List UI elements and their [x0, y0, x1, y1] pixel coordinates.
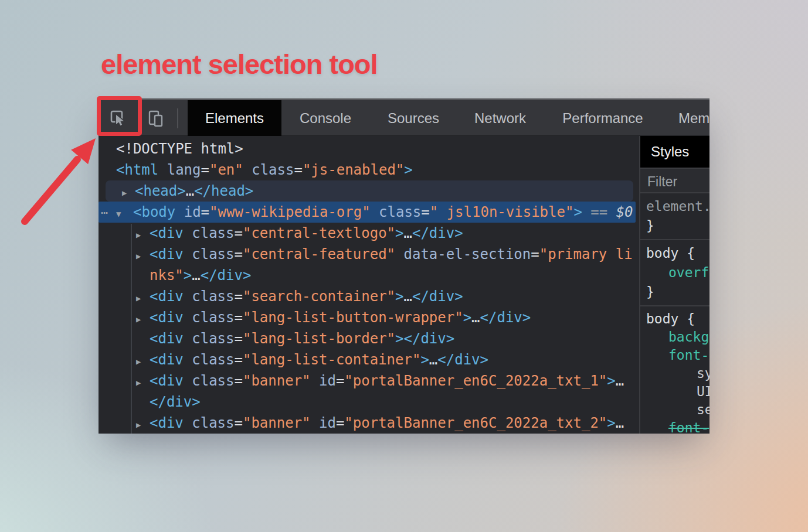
style-text: }: [646, 284, 654, 299]
expand-arrow-icon[interactable]: ▶: [136, 288, 150, 309]
tab-console[interactable]: Console: [287, 100, 364, 136]
style-line[interactable]: body {: [640, 310, 709, 328]
dom-tree-row[interactable]: <div class="lang-list-border"></div>: [99, 328, 639, 349]
dom-tree-row[interactable]: <html lang="en" class="js-enabled">: [99, 159, 639, 180]
style-line[interactable]: overf: [640, 263, 709, 282]
code-segment: <head>: [135, 183, 186, 199]
style-line[interactable]: UI: [640, 383, 709, 401]
code-segment: "lang-list-container": [243, 352, 420, 368]
code-segment: class: [192, 415, 234, 431]
styles-tab-label: Styles: [651, 144, 689, 160]
code-segment: </head>: [194, 183, 253, 199]
code-segment: "central-textlogo": [243, 225, 395, 241]
style-line[interactable]: }: [640, 216, 709, 236]
dom-tree-row[interactable]: ▶<div class="banner" id="portalBanner_en…: [99, 412, 639, 434]
tab-sources[interactable]: Sources: [375, 100, 451, 136]
code-segment: =: [294, 162, 302, 178]
dom-tree-row[interactable]: </div>: [99, 391, 639, 412]
styles-filter-input[interactable]: Filter: [640, 168, 709, 193]
code-segment: lang: [167, 162, 201, 178]
style-section: body {overf}: [640, 240, 709, 306]
expand-arrow-icon[interactable]: ▶: [136, 309, 150, 330]
style-text: body {: [646, 311, 695, 326]
code-segment: </div>: [480, 309, 531, 326]
styles-sidebar: Styles Filter element.}body {overf}body …: [639, 136, 709, 434]
style-text: sy: [697, 366, 709, 381]
code-segment: >: [420, 352, 429, 368]
code-segment: "lang-list-button-wrapper": [243, 309, 463, 326]
style-line[interactable]: sy: [640, 364, 709, 383]
code-segment: class: [192, 225, 234, 241]
code-segment: =: [235, 373, 243, 389]
expand-arrow-icon[interactable]: ▶: [136, 372, 150, 393]
tab-mem[interactable]: Mem: [678, 100, 709, 136]
style-text: font-: [668, 347, 709, 363]
style-line[interactable]: font-: [640, 346, 709, 364]
style-line[interactable]: element.: [640, 197, 709, 216]
overflow-menu-icon[interactable]: ⋯: [101, 202, 116, 223]
code-segment: "www-wikipedia-org": [209, 204, 371, 220]
style-line[interactable]: font-: [640, 419, 709, 434]
code-segment: </div>: [150, 394, 201, 410]
dom-tree-panel[interactable]: <!DOCTYPE html><html lang="en" class="js…: [99, 136, 639, 434]
code-segment: </div>: [437, 352, 488, 368]
code-segment: "banner": [243, 373, 311, 389]
expand-arrow-icon[interactable]: ▶: [136, 224, 150, 245]
code-segment: …: [616, 373, 624, 389]
expand-arrow-icon[interactable]: ▶: [122, 182, 135, 203]
dom-tree-row[interactable]: ▶<div class="lang-list-container">…</div…: [99, 349, 639, 370]
code-segment: <div: [150, 225, 184, 241]
code-segment: =: [235, 309, 243, 326]
code-segment: </div>: [404, 330, 455, 347]
style-line[interactable]: se: [640, 401, 709, 419]
dom-tree-row[interactable]: ⋯▼<body id="www-wikipedia-org" class=" j…: [99, 202, 636, 223]
tab-network[interactable]: Network: [462, 100, 538, 136]
code-segment: <div: [150, 373, 184, 389]
code-segment: [184, 352, 192, 368]
tab-performance[interactable]: Performance: [544, 100, 661, 136]
code-segment: …: [404, 225, 412, 241]
code-segment: =: [235, 352, 243, 368]
code-segment: <div: [150, 246, 184, 262]
dom-tree-row[interactable]: ▶<div class="central-textlogo">…</div>: [99, 223, 639, 244]
dom-tree-row[interactable]: <!DOCTYPE html>: [99, 138, 639, 159]
code-segment: " jsl10n-visible": [430, 204, 574, 220]
style-line[interactable]: backg: [640, 328, 709, 346]
expand-arrow-icon[interactable]: ▶: [136, 245, 150, 267]
code-segment: =: [235, 225, 243, 241]
code-segment: data-el-section: [404, 246, 531, 262]
style-line[interactable]: body {: [640, 244, 709, 263]
style-text: element.: [646, 199, 709, 214]
code-segment: "en": [209, 162, 243, 178]
dom-tree-row[interactable]: ▶<head>…</head>: [106, 180, 633, 202]
code-segment: [184, 330, 192, 347]
code-segment: =: [235, 330, 243, 347]
style-section: body {backgfont-syUIsefont-: [640, 306, 709, 434]
expand-arrow-icon[interactable]: ▶: [136, 351, 150, 372]
collapse-arrow-icon[interactable]: ▼: [116, 203, 133, 224]
dom-tree-row[interactable]: nks">…</div>: [99, 265, 639, 286]
dom-tree-row[interactable]: ▶<div class="search-container">…</div>: [99, 286, 639, 307]
code-segment: …: [192, 267, 200, 284]
code-segment: …: [616, 415, 624, 431]
style-text: overf: [668, 265, 709, 280]
code-segment: >: [395, 288, 403, 305]
devtools-tabs: ElementsConsoleSourcesNetworkPerformance…: [99, 100, 709, 136]
code-segment: …: [186, 183, 194, 199]
dom-tree-row[interactable]: ▶<div class="central-featured" data-el-s…: [99, 244, 639, 265]
tab-styles[interactable]: Styles: [640, 136, 709, 168]
code-segment: >: [607, 415, 615, 431]
dom-tree-row[interactable]: ▶<div class="banner" id="portalBanner_en…: [99, 370, 639, 391]
code-segment: [184, 225, 192, 241]
tab-elements[interactable]: Elements: [188, 100, 281, 136]
code-segment: …: [404, 288, 412, 305]
expand-arrow-icon[interactable]: ▶: [136, 414, 150, 434]
code-segment: "search-container": [243, 288, 395, 305]
code-segment: =: [235, 415, 243, 431]
code-segment: =: [201, 162, 209, 178]
code-segment: =: [235, 246, 243, 262]
style-line[interactable]: }: [640, 282, 709, 302]
styles-sections: element.}body {overf}body {backgfont-syU…: [640, 193, 709, 434]
code-segment: <!DOCTYPE html>: [116, 141, 243, 157]
dom-tree-row[interactable]: ▶<div class="lang-list-button-wrapper">……: [99, 307, 639, 328]
